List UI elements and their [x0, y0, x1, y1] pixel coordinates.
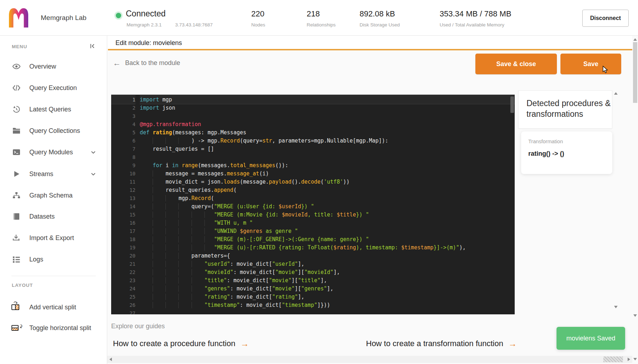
detected-procedures-title: Detected procedures & transformations	[519, 91, 612, 119]
scroll-down-icon[interactable]	[633, 314, 637, 317]
stat-disk-label: Disk Storage Used	[360, 22, 400, 28]
save-and-close-button[interactable]: Save & close	[475, 54, 557, 74]
detected-procedures-card: Detected procedures & transformations	[518, 90, 612, 129]
sidebar-item-query-execution[interactable]: Query Execution	[0, 81, 107, 95]
sidebar-item-logs[interactable]: Logs	[0, 252, 107, 266]
sidebar-item-query-collections[interactable]: Query Collections	[0, 124, 107, 138]
code-editor[interactable]: 1234567891011121314151617181920212223242…	[111, 95, 515, 314]
connection-address: 3.73.43.148:7687	[175, 22, 213, 28]
sidebar-item-add-vertical-split[interactable]: ↷ Add vertical split	[0, 300, 107, 314]
line-number: 6	[111, 137, 135, 145]
code-line: "timestamp": movie_dict["timestamp"]}))	[140, 301, 515, 309]
editor-scrollbar-thumb[interactable]	[510, 96, 514, 113]
panel-scroll-down-icon[interactable]	[614, 306, 618, 308]
scroll-up-icon[interactable]	[633, 38, 637, 41]
line-number: 16	[111, 219, 135, 227]
transformation-type-label: Transformation	[528, 139, 612, 144]
sidebar-item-overview[interactable]: Overview	[0, 59, 107, 74]
transformation-signature: rating() -> ()	[528, 150, 612, 158]
stat-relationships-label: Relationships	[307, 22, 336, 28]
back-link-label: Back to the module	[125, 59, 180, 67]
layout-section-label: LAYOUT	[12, 283, 33, 288]
sidebar-item-label: Logs	[29, 256, 43, 263]
line-number: 21	[111, 260, 135, 268]
guide-transformation-link[interactable]: How to create a transformation function …	[366, 339, 517, 349]
sidebar: MENU Overview Query Execution Latest Que…	[0, 36, 107, 364]
sidebar-item-label: Streams	[29, 170, 53, 178]
line-number: 13	[111, 194, 135, 203]
code-icon	[12, 84, 21, 92]
history-icon	[12, 105, 21, 114]
line-number: 11	[111, 178, 135, 186]
back-to-module-link[interactable]: ← Back to the module	[113, 59, 180, 67]
line-number: 23	[111, 276, 135, 285]
schema-icon	[12, 191, 21, 200]
code-line: import json	[140, 104, 515, 112]
sidebar-item-label: Datasets	[29, 213, 55, 220]
code-line	[140, 153, 515, 161]
guide-link-label: How to create a transformation function	[366, 339, 503, 348]
stat-memory-value: 353.34 MB / 788 MB	[440, 9, 511, 19]
line-number: 14	[111, 203, 135, 211]
page-vertical-scrollbar[interactable]	[632, 36, 638, 364]
arrow-right-icon: →	[240, 339, 249, 349]
code-line: "rating": movie_dict["rating"],	[140, 293, 515, 301]
sidebar-collapse-icon[interactable]	[89, 43, 96, 49]
code-line: result_queries.append(	[140, 186, 515, 194]
code-line: message = messages.message_at(i)	[140, 170, 515, 178]
sidebar-item-streams[interactable]: Streams	[0, 167, 107, 181]
code-line: "UNWIND $genres as genre "	[140, 227, 515, 235]
horizontal-scrollbar[interactable]	[107, 356, 632, 363]
sidebar-item-latest-queries[interactable]: Latest Queries	[0, 102, 107, 116]
explore-guides-heading: Explore our guides	[111, 323, 165, 330]
transformation-card[interactable]: Transformation rating() -> ()	[521, 131, 612, 174]
scroll-right-icon[interactable]	[628, 358, 630, 361]
save-button[interactable]: Save	[560, 54, 621, 74]
code-line	[140, 309, 515, 314]
chevron-down-icon	[91, 173, 96, 176]
sidebar-item-toggle-horizontal-split[interactable]: ↷ Toggle horizontal split	[0, 321, 107, 335]
sidebar-item-query-modules[interactable]: Query Modules	[0, 145, 107, 159]
mouse-cursor	[602, 66, 609, 74]
sidebar-item-datasets[interactable]: Datasets	[0, 209, 107, 224]
sidebar-item-graph-schema[interactable]: Graph Schema	[0, 188, 107, 203]
line-number: 25	[111, 293, 135, 301]
line-number: 18	[111, 235, 135, 244]
arrow-right-icon: →	[508, 339, 517, 349]
code-lines: import mgpimport json@mgp.transformation…	[140, 96, 515, 314]
terminal-icon	[12, 148, 21, 156]
stat-disk-value: 892.08 kB	[360, 9, 395, 19]
code-line: parameters={	[140, 252, 515, 260]
sidebar-item-import-export[interactable]: Import & Export	[0, 231, 107, 245]
sidebar-item-label: Overview	[29, 63, 56, 70]
scroll-down-icon[interactable]	[633, 358, 637, 360]
menu-section-label: MENU	[12, 44, 27, 49]
tab-edit-module[interactable]: Edit module: movielens	[115, 36, 182, 50]
code-line: "movieId": movie_dict["movie"]["movieId"…	[140, 268, 515, 276]
panel-scroll-up-icon[interactable]	[614, 92, 618, 95]
code-line: "MERGE (m)-[:OF_GENRE]->(:Genre {name: g…	[140, 235, 515, 244]
code-line: ) -> mgp.Record(query=str, parameters=mg…	[140, 137, 515, 145]
saved-toast: movielens Saved	[557, 327, 625, 350]
eye-icon	[12, 62, 21, 71]
line-number: 26	[111, 301, 135, 309]
folder-icon	[12, 126, 21, 135]
app-title: Memgraph Lab	[41, 14, 86, 22]
sidebar-item-label: Query Execution	[29, 84, 77, 92]
guide-procedure-link[interactable]: How to create a procedure function →	[113, 339, 249, 349]
line-number: 22	[111, 268, 135, 276]
disconnect-button[interactable]: Disconnect	[582, 10, 629, 27]
code-line: "genres": movie_dict["movie"]["genres"],	[140, 285, 515, 293]
back-arrow-icon: ←	[113, 60, 121, 66]
sidebar-item-label: Query Modules	[29, 149, 73, 156]
line-number: 5	[111, 129, 135, 137]
code-line: def rating(messages: mgp.Messages	[140, 129, 515, 137]
horizontal-scrollbar-thumb[interactable]	[603, 356, 623, 362]
sidebar-item-label: Add vertical split	[29, 304, 76, 311]
scroll-left-icon[interactable]	[109, 358, 112, 361]
sidebar-item-label: Query Collections	[29, 127, 80, 135]
code-line: "MERGE (m:Movie {id: $movieId, title: $t…	[140, 211, 515, 219]
import-export-icon	[12, 234, 21, 242]
code-line: for i in range(messages.total_messages()…	[140, 161, 515, 170]
vertical-scrollbar-thumb[interactable]	[633, 42, 637, 103]
